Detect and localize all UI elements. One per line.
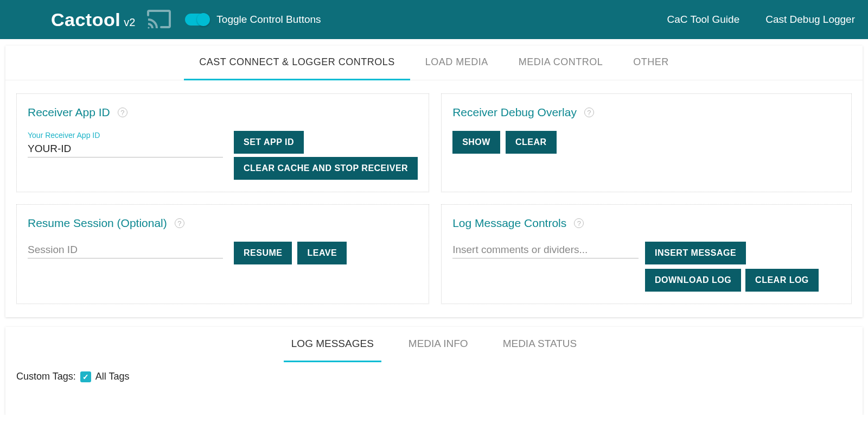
custom-tags-row: Custom Tags: ✓ All Tags xyxy=(5,362,863,382)
svg-point-0 xyxy=(148,27,150,28)
app-title: Cactool xyxy=(51,9,120,30)
controls-card: CAST CONNECT & LOGGER CONTROLS LOAD MEDI… xyxy=(5,46,863,317)
panel-title-text: Resume Session (Optional) xyxy=(28,217,167,230)
toggle-switch[interactable] xyxy=(185,14,209,26)
panel-title: Receiver App ID ? xyxy=(28,106,418,119)
panel-title: Receiver Debug Overlay ? xyxy=(452,106,840,119)
all-tags-label: All Tags xyxy=(95,371,130,382)
session-id-input[interactable] xyxy=(28,242,223,258)
toggle-knob xyxy=(197,13,210,26)
receiver-app-id-group: Your Receiver App ID xyxy=(28,131,223,157)
panel-title-text: Log Message Controls xyxy=(452,217,566,230)
panel-title: Log Message Controls ? xyxy=(452,217,840,230)
panel-title-text: Receiver App ID xyxy=(28,106,110,119)
panel-log-message-controls: Log Message Controls ? INSERT MESSAGE DO… xyxy=(441,204,852,304)
panel-receiver-app-id: Receiver App ID ? Your Receiver App ID S… xyxy=(16,93,429,192)
toggle-control-buttons[interactable]: Toggle Control Buttons xyxy=(185,14,321,26)
tab-log-messages[interactable]: LOG MESSAGES xyxy=(284,327,381,362)
input-label: Your Receiver App ID xyxy=(28,131,223,140)
panel-receiver-debug-overlay: Receiver Debug Overlay ? SHOW CLEAR xyxy=(441,93,852,192)
resume-button[interactable]: RESUME xyxy=(234,242,292,264)
main-tabs: CAST CONNECT & LOGGER CONTROLS LOAD MEDI… xyxy=(5,46,863,80)
app-version: v2 xyxy=(124,16,135,29)
download-log-button[interactable]: DOWNLOAD LOG xyxy=(645,269,741,292)
tab-other[interactable]: OTHER xyxy=(618,46,684,80)
log-card: LOG MESSAGES MEDIA INFO MEDIA STATUS Cus… xyxy=(5,327,863,415)
clear-cache-stop-receiver-button[interactable]: CLEAR CACHE AND STOP RECEIVER xyxy=(234,157,418,180)
panel-title-text: Receiver Debug Overlay xyxy=(452,106,577,119)
link-cac-tool-guide[interactable]: CaC Tool Guide xyxy=(667,14,739,26)
custom-tags-label: Custom Tags: xyxy=(16,371,76,382)
log-comment-input[interactable] xyxy=(452,242,639,258)
tab-media-info[interactable]: MEDIA INFO xyxy=(401,327,476,362)
overlay-clear-button[interactable]: CLEAR xyxy=(506,131,557,154)
clear-log-button[interactable]: CLEAR LOG xyxy=(745,269,819,292)
leave-button[interactable]: LEAVE xyxy=(297,242,347,264)
insert-message-button[interactable]: INSERT MESSAGE xyxy=(645,242,746,264)
help-icon[interactable]: ? xyxy=(175,218,184,228)
tab-media-status[interactable]: MEDIA STATUS xyxy=(495,327,585,362)
logo: Cactool v2 xyxy=(51,9,135,30)
controls-grid: Receiver App ID ? Your Receiver App ID S… xyxy=(5,80,863,317)
help-icon[interactable]: ? xyxy=(118,108,127,117)
log-tabs: LOG MESSAGES MEDIA INFO MEDIA STATUS xyxy=(5,327,863,362)
overlay-show-button[interactable]: SHOW xyxy=(452,131,500,154)
help-icon[interactable]: ? xyxy=(584,108,594,117)
set-app-id-button[interactable]: SET APP ID xyxy=(234,131,304,154)
receiver-app-id-input[interactable] xyxy=(28,141,223,157)
panel-title: Resume Session (Optional) ? xyxy=(28,217,418,230)
tab-load-media[interactable]: LOAD MEDIA xyxy=(410,46,503,80)
toggle-label: Toggle Control Buttons xyxy=(216,14,321,26)
app-header: Cactool v2 Toggle Control Buttons CaC To… xyxy=(0,0,868,39)
cast-icon xyxy=(143,7,175,33)
link-cast-debug-logger[interactable]: Cast Debug Logger xyxy=(765,14,855,26)
tab-media-control[interactable]: MEDIA CONTROL xyxy=(503,46,618,80)
help-icon[interactable]: ? xyxy=(574,218,584,228)
tab-cast-connect[interactable]: CAST CONNECT & LOGGER CONTROLS xyxy=(184,46,410,80)
all-tags-checkbox[interactable]: ✓ xyxy=(80,371,91,382)
panel-resume-session: Resume Session (Optional) ? RESUME LEAVE xyxy=(16,204,429,304)
